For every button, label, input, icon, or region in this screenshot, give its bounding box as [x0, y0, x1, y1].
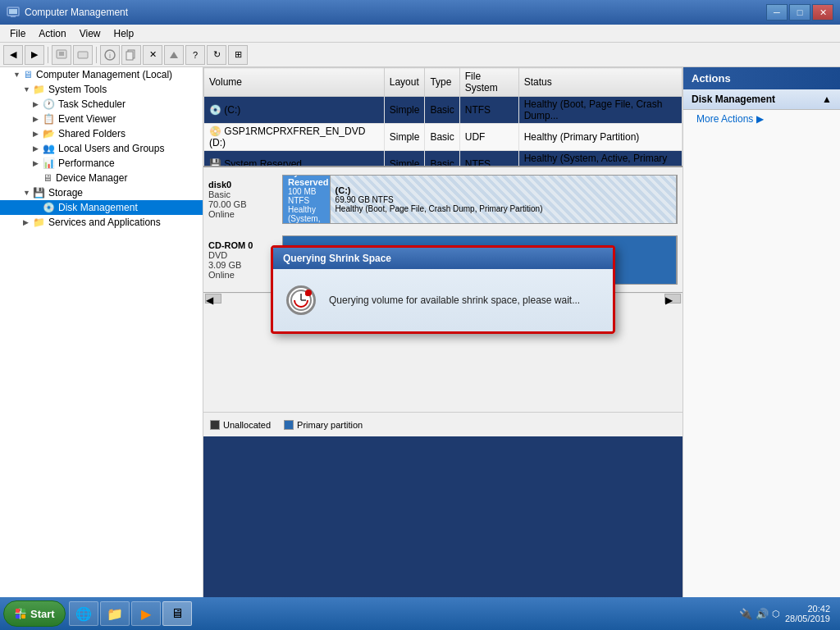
battery-icon: ⬡	[772, 609, 780, 619]
tree-storage[interactable]: ▼ 💾 Storage	[0, 185, 203, 200]
tree-system-tools[interactable]: ▼ 📁 System Tools	[0, 82, 203, 97]
taskbar-right: 🔌 🔊 ⬡ 20:42 28/05/2019	[733, 604, 837, 623]
tree-shared-folders[interactable]: ▶ 📂 Shared Folders	[0, 126, 203, 141]
dialog-message: Querying volume for available shrink spa…	[329, 294, 580, 306]
window-title: Computer Management	[25, 7, 766, 18]
taskbar-explorer[interactable]: 📁	[100, 601, 130, 626]
close-button[interactable]: ✕	[812, 4, 833, 21]
table-row[interactable]: 💾 System Reserved Simple Basic NTFS Heal…	[204, 151, 682, 167]
svg-rect-2	[11, 16, 16, 17]
delete-button[interactable]: ✕	[143, 45, 162, 65]
export-button[interactable]	[164, 45, 184, 65]
menu-help[interactable]: Help	[107, 26, 141, 41]
arrow-icon	[33, 174, 43, 182]
ie-icon: 🌐	[75, 606, 92, 622]
cell-filesystem: UDF	[459, 124, 518, 151]
start-button[interactable]: Start	[3, 600, 66, 627]
cell-type: Basic	[425, 124, 459, 151]
col-filesystem[interactable]: File System	[459, 68, 518, 97]
tree-event-viewer[interactable]: ▶ 📋 Event Viewer	[0, 112, 203, 126]
arrow-icon: ▶	[33, 130, 43, 138]
svg-text:i: i	[109, 52, 111, 60]
arrow-icon: ▶	[33, 100, 43, 108]
menu-view[interactable]: View	[73, 26, 107, 41]
legend-unallocated-box	[210, 420, 220, 430]
tree-local-users[interactable]: ▶ 👥 Local Users and Groups	[0, 141, 203, 156]
menu-action[interactable]: Action	[32, 26, 72, 41]
tree-computer-management[interactable]: ▼ 🖥 Computer Management (Local)	[0, 67, 203, 82]
actions-more-actions[interactable]: More Actions ▶	[683, 110, 840, 128]
toolbar-separator	[48, 47, 48, 63]
arrow-icon: ▼	[23, 189, 33, 197]
taskbar-apps: 🌐 📁 ▶ 🖥	[69, 601, 733, 626]
back-button[interactable]: ◀	[3, 45, 23, 65]
svg-rect-19	[21, 614, 25, 619]
help-button[interactable]: ?	[185, 45, 205, 65]
arrow-icon	[33, 203, 43, 212]
minimize-button[interactable]: ─	[766, 4, 788, 21]
table-row[interactable]: 💿 (C:) Simple Basic NTFS Healthy (Boot, …	[204, 97, 682, 124]
actions-section-arrow-icon: ▲	[822, 94, 832, 105]
arrow-icon: ▼	[23, 85, 33, 94]
extra-button[interactable]: ⊞	[228, 45, 248, 65]
cell-volume: 💿 (C:)	[204, 97, 385, 124]
col-type[interactable]: Type	[425, 68, 459, 97]
taskbar: Start 🌐 📁 ▶ 🖥 🔌 🔊 ⬡ 20:42 28/05/2019	[0, 597, 840, 630]
properties-button[interactable]: i	[100, 45, 120, 65]
maximize-button[interactable]: □	[789, 4, 810, 21]
col-layout[interactable]: Layout	[384, 68, 425, 97]
tree-device-manager[interactable]: 🖥 Device Manager	[0, 171, 203, 185]
col-volume[interactable]: Volume	[204, 68, 385, 97]
dvd-icon: 📀	[209, 126, 221, 137]
system-tray: 🔌 🔊 ⬡	[739, 608, 780, 620]
storage-icon: 💾	[33, 187, 45, 199]
legend-unallocated-label: Unallocated	[223, 420, 271, 430]
actions-disk-management-section[interactable]: Disk Management ▲	[683, 89, 840, 110]
copy-button[interactable]	[121, 45, 141, 65]
forward-button[interactable]: ▶	[25, 45, 44, 65]
up-button[interactable]	[52, 45, 71, 65]
cell-type: Basic	[425, 97, 459, 124]
volume-icon: 🔊	[756, 608, 769, 620]
cell-filesystem: NTFS	[459, 97, 518, 124]
svg-rect-1	[9, 9, 17, 14]
svg-rect-3	[10, 16, 16, 16]
media-icon: ▶	[141, 606, 151, 622]
menu-file[interactable]: File	[3, 26, 32, 41]
dialog-body: Querying volume for available shrink spa…	[273, 269, 613, 331]
table-row[interactable]: 📀 GSP1RMCPRXFRER_EN_DVD (D:) Simple Basi…	[204, 124, 682, 151]
computer-icon: 🖥	[23, 69, 33, 80]
title-bar: Computer Management ─ □ ✕	[0, 0, 840, 25]
svg-rect-5	[59, 52, 64, 56]
arrow-icon: ▶	[33, 159, 43, 167]
col-status[interactable]: Status	[518, 68, 682, 97]
tree-services-apps[interactable]: ▶ 📁 Services and Applications	[0, 215, 203, 230]
tree-performance[interactable]: ▶ 📊 Performance	[0, 156, 203, 171]
tree-disk-management[interactable]: 💿 Disk Management	[0, 200, 203, 215]
left-panel: ▼ 🖥 Computer Management (Local) ▼ 📁 Syst…	[0, 67, 203, 597]
clock-icon: 🕐	[43, 98, 55, 110]
users-icon: 👥	[43, 143, 55, 154]
arrow-icon: ▶	[33, 115, 43, 123]
disk-map-area: disk0 Basic 70.00 GB Online System Reser…	[203, 166, 682, 412]
svg-rect-18	[16, 614, 20, 619]
taskbar-ie[interactable]: 🌐	[69, 601, 98, 626]
refresh-button[interactable]: ↻	[207, 45, 226, 65]
legend-primary: Primary partition	[284, 420, 363, 430]
cell-filesystem: NTFS	[459, 151, 518, 167]
svg-rect-10	[126, 52, 133, 60]
taskbar-media[interactable]: ▶	[131, 601, 161, 626]
legend-primary-box	[284, 420, 294, 430]
log-icon: 📋	[43, 113, 55, 125]
legend-primary-label: Primary partition	[297, 420, 363, 430]
taskbar-computer-management[interactable]: 🖥	[162, 601, 192, 626]
querying-shrink-dialog: Querying Shrink Space Querying volum	[271, 245, 615, 334]
tree-task-scheduler[interactable]: ▶ 🕐 Task Scheduler	[0, 97, 203, 112]
system-clock[interactable]: 20:42 28/05/2019	[785, 604, 830, 623]
toolbar-separator-2	[96, 47, 97, 63]
clock-date: 28/05/2019	[785, 614, 830, 623]
more-actions-arrow-icon: ▶	[756, 113, 764, 125]
menu-bar: File Action View Help	[0, 25, 840, 43]
show-hide-button[interactable]	[73, 45, 93, 65]
window-controls: ─ □ ✕	[766, 4, 833, 21]
